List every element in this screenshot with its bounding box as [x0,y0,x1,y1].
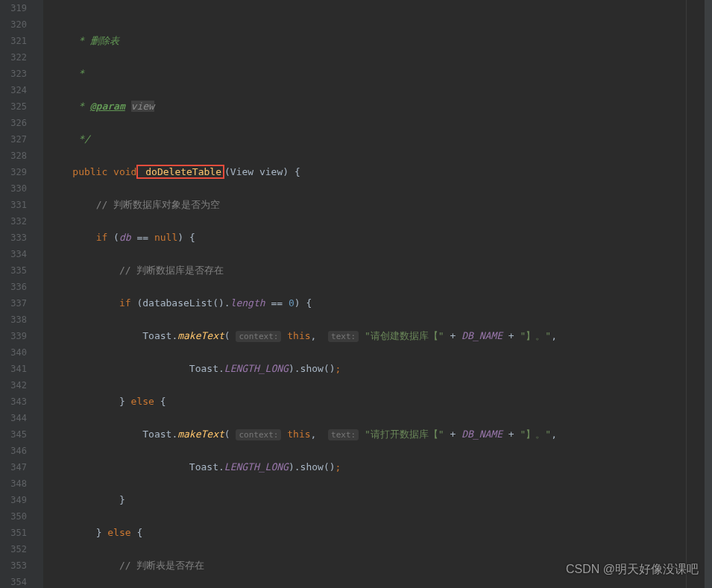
highlighted-method: doDeleteTable [136,165,224,179]
line-number: 352 [0,541,27,557]
line-number: 329 [0,164,27,180]
line-number: 337 [0,295,27,312]
code-line: // 判断数据库是否存在 [49,262,712,279]
line-number: 351 [0,525,27,541]
line-number: 330 [0,180,27,197]
code-line: if (db == null) { [49,230,712,246]
code-line: Toast.makeText( context: this, text: "请打… [49,426,712,443]
line-number: 327 [0,131,27,148]
code-editor[interactable]: 319 320 321 322 323 324 325 326 327 328 … [0,0,712,588]
line-number: 332 [0,213,27,230]
line-number: 333 [0,230,27,246]
line-number: 347 [0,459,27,475]
line-number: 346 [0,443,27,459]
line-number: 340 [0,344,27,361]
line-number-gutter: 319 320 321 322 323 324 325 326 327 328 … [0,0,31,588]
param-hint: context: [236,429,281,440]
line-number: 341 [0,361,27,377]
line-number: 354 [0,574,27,588]
line-number: 339 [0,328,27,344]
line-number: 338 [0,312,27,328]
line-number: 320 [0,16,27,33]
line-number: 343 [0,393,27,410]
line-number: 335 [0,262,27,279]
line-number: 334 [0,246,27,262]
line-number: 336 [0,279,27,295]
line-number: 350 [0,508,27,525]
line-number: 319 [0,0,27,16]
code-line: */ [49,131,712,148]
code-line: } else { [49,393,712,410]
param-hint: text: [328,429,359,440]
param-hint: text: [328,331,359,342]
line-number: 349 [0,492,27,508]
code-line: Toast.LENGTH_LONG).show(); [49,459,712,475]
param-hint: context: [236,331,281,342]
line-number: 348 [0,475,27,492]
code-line: Toast.makeText( context: this, text: "请创… [49,328,712,344]
watermark-text: CSDN @明天好像没课吧 [566,562,699,578]
line-number: 353 [0,557,27,574]
line-number: 323 [0,66,27,82]
line-number: 325 [0,98,27,115]
code-line: } [49,492,712,508]
line-number: 331 [0,197,27,213]
line-number: 322 [0,49,27,66]
code-area[interactable]: * 删除表 * * @param view */ public void doD… [43,0,712,588]
vertical-scrollbar[interactable] [705,0,712,588]
code-line: } else { [49,525,712,541]
code-line: if (databaseList().length == 0) { [49,295,712,312]
line-number: 324 [0,82,27,98]
line-number: 345 [0,426,27,443]
line-number: 328 [0,148,27,164]
code-line: public void doDeleteTable(View view) { [49,164,712,180]
fold-gutter[interactable] [31,0,43,588]
code-line: Toast.LENGTH_LONG).show(); [49,361,712,377]
code-line: * [49,66,712,82]
line-number: 326 [0,115,27,131]
code-line: * @param view [49,98,712,115]
line-number: 344 [0,410,27,426]
right-margin-line [686,0,687,588]
line-number: 321 [0,33,27,49]
code-line: // 判断数据库对象是否为空 [49,197,712,213]
line-number: 342 [0,377,27,393]
code-line: * 删除表 [49,33,712,49]
